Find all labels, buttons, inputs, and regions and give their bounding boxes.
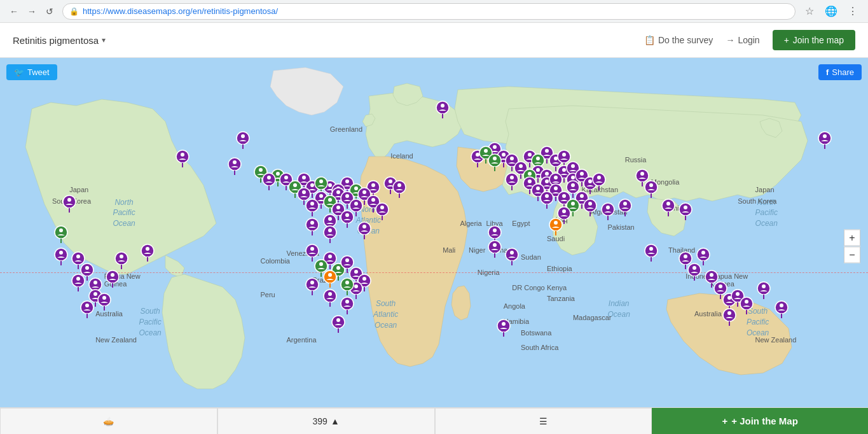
map-marker[interactable] <box>106 270 120 291</box>
svg-point-192 <box>727 311 731 315</box>
map-marker[interactable] <box>549 218 563 239</box>
map-marker[interactable] <box>114 251 128 272</box>
equator-line <box>0 272 868 273</box>
map-marker[interactable] <box>71 274 85 295</box>
address-bar[interactable]: 🔒 https://www.diseasemaps.org/en/retinit… <box>62 3 796 20</box>
browser-chrome: ← → ↺ 🔒 https://www.diseasemaps.org/en/r… <box>0 0 868 23</box>
zoom-out-button[interactable]: − <box>844 246 860 263</box>
map-marker[interactable] <box>505 248 519 269</box>
svg-point-172 <box>649 183 653 187</box>
map-marker[interactable] <box>392 180 406 201</box>
nav-buttons: ← → ↺ <box>6 4 57 19</box>
bookmark-button[interactable]: ☆ <box>801 3 818 20</box>
svg-point-50 <box>354 202 358 206</box>
map-marker[interactable] <box>644 180 658 201</box>
map-marker[interactable] <box>236 131 250 152</box>
app-header: Retinitis pigmentosa ▾ 📋 Do the survey →… <box>0 23 868 58</box>
map-marker[interactable] <box>583 199 597 220</box>
svg-point-212 <box>85 304 89 307</box>
disease-selector[interactable]: Retinitis pigmentosa ▾ <box>13 35 106 46</box>
map-marker[interactable] <box>340 210 354 231</box>
svg-point-126 <box>528 172 532 176</box>
map-marker[interactable] <box>818 131 832 152</box>
map-marker[interactable] <box>618 199 632 220</box>
map-marker[interactable] <box>540 191 554 212</box>
map-marker[interactable] <box>62 195 76 216</box>
map-marker[interactable] <box>644 244 658 265</box>
bottom-bar: 🥧 399 ▲ ☰ + + Join the Map <box>0 407 868 434</box>
map-marker[interactable] <box>331 315 345 336</box>
svg-point-88 <box>328 273 332 277</box>
chart-button[interactable]: 🥧 <box>0 408 217 435</box>
map-marker[interactable] <box>305 277 319 298</box>
header-actions: 📋 Do the survey → Login + Join the map <box>644 30 855 50</box>
map-marker[interactable] <box>687 263 701 284</box>
menu-button[interactable]: ⋮ <box>844 3 862 20</box>
map-marker[interactable] <box>601 202 615 223</box>
svg-point-96 <box>336 318 340 322</box>
reload-button[interactable]: ↺ <box>42 4 57 19</box>
svg-point-24 <box>319 179 323 183</box>
map-marker[interactable] <box>757 281 771 302</box>
login-link[interactable]: → Login <box>726 35 759 45</box>
map-marker[interactable] <box>54 248 68 269</box>
tweet-label: Tweet <box>27 67 50 77</box>
survey-link[interactable]: 📋 Do the survey <box>644 35 713 45</box>
map-marker[interactable] <box>488 153 502 174</box>
list-button[interactable]: ☰ <box>435 408 652 435</box>
map-marker[interactable] <box>323 270 337 291</box>
map-marker[interactable] <box>141 244 155 265</box>
join-map-button[interactable]: + Join the map <box>773 30 855 50</box>
map-marker[interactable] <box>505 172 519 193</box>
svg-point-32 <box>371 183 375 187</box>
zoom-in-button[interactable]: + <box>844 229 860 246</box>
map-marker[interactable] <box>340 297 354 318</box>
map-marker[interactable] <box>305 218 319 239</box>
map-marker[interactable] <box>679 202 692 223</box>
map-marker[interactable] <box>497 319 511 340</box>
tweet-button[interactable]: 🐦 Tweet <box>6 64 57 80</box>
forward-button[interactable]: → <box>24 4 39 19</box>
map-marker[interactable] <box>488 240 502 261</box>
pie-chart-icon: 🥧 <box>103 416 114 426</box>
svg-point-202 <box>85 266 89 270</box>
map-marker[interactable] <box>375 202 389 223</box>
map-marker[interactable] <box>661 199 675 220</box>
map-marker[interactable] <box>722 308 736 329</box>
map-marker[interactable] <box>176 150 189 171</box>
map-marker[interactable] <box>740 297 754 318</box>
join-map-bottom-button[interactable]: + + Join the Map <box>652 408 868 435</box>
map-marker[interactable] <box>54 225 68 246</box>
svg-point-106 <box>484 149 488 153</box>
svg-point-224 <box>59 228 63 232</box>
svg-point-52 <box>371 198 375 202</box>
svg-point-92 <box>328 292 332 296</box>
svg-point-158 <box>562 194 566 198</box>
svg-point-90 <box>310 281 314 284</box>
svg-point-26 <box>345 179 349 183</box>
map-marker[interactable] <box>592 172 606 193</box>
back-button[interactable]: ← <box>6 4 22 19</box>
map-marker[interactable] <box>97 293 111 314</box>
map-marker[interactable] <box>80 300 94 321</box>
map-marker[interactable] <box>323 289 337 310</box>
map-marker[interactable] <box>228 157 242 178</box>
svg-point-228 <box>562 209 566 213</box>
map-marker[interactable] <box>340 277 354 298</box>
map-marker[interactable] <box>323 225 337 246</box>
map-marker[interactable] <box>775 300 789 321</box>
browser-actions: ☆ 🌐 ⋮ <box>801 3 862 20</box>
extension-button[interactable]: 🌐 <box>822 3 840 20</box>
facebook-share-button[interactable]: f Share <box>818 64 862 80</box>
map-marker[interactable] <box>262 172 276 193</box>
map-marker[interactable] <box>357 221 371 242</box>
svg-point-146 <box>536 186 540 190</box>
url-text: https://www.diseasemaps.org/en/retinitis… <box>83 6 278 16</box>
map-container[interactable]: NorthPacificOcean SouthPacificOcean Nort… <box>0 58 868 434</box>
svg-point-2 <box>241 134 245 138</box>
svg-point-218 <box>120 255 123 258</box>
svg-point-136 <box>528 179 532 183</box>
svg-point-214 <box>102 296 106 300</box>
map-marker[interactable] <box>436 101 450 122</box>
map-marker[interactable] <box>305 199 319 220</box>
